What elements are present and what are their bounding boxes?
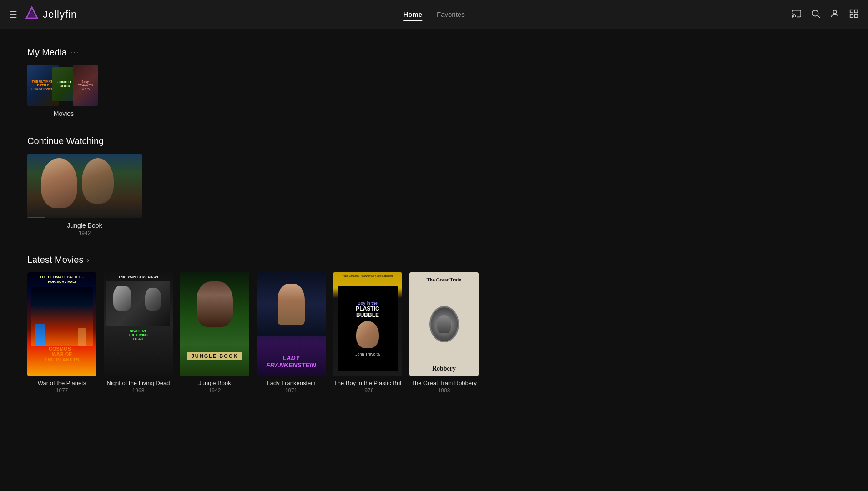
lady-scene <box>257 272 326 336</box>
lady-figure <box>278 284 305 325</box>
cosmos-illustration <box>31 287 93 346</box>
app-name: Jellyfin <box>43 9 77 20</box>
cast-icon[interactable] <box>792 9 802 21</box>
movie-year-3: 1971 <box>257 387 326 394</box>
my-media-section: My Media ··· THE ULTIMATE BATTLEFOR SURV… <box>27 47 841 118</box>
lady-title: LadyFrankenstein <box>266 355 316 369</box>
night-image <box>106 281 170 326</box>
movie-year-4: 1976 <box>333 387 402 394</box>
continue-watching-title: Continue Watching <box>27 136 841 146</box>
jungle-figure <box>197 281 233 327</box>
main-content: My Media ··· THE ULTIMATE BATTLEFOR SURV… <box>0 29 868 430</box>
poster-lady-bg: LadyFrankenstein <box>257 272 326 376</box>
my-media-title: My Media ··· <box>27 47 841 58</box>
night-figure2 <box>145 288 161 311</box>
movie-poster-4: The Special Television Presentation Boy … <box>333 272 402 376</box>
main-nav: Home Favorites <box>403 9 464 21</box>
header-right <box>792 9 859 21</box>
movie-poster-1: THEY WON'T STAY DEAD! NIGHT OFTHE LIVING… <box>104 272 173 376</box>
movie-title-5: The Great Train Robbery <box>409 380 479 386</box>
hamburger-icon[interactable]: ☰ <box>9 9 17 20</box>
night-bodies: THEY WON'T STAY DEAD! NIGHT OFTHE LIVING… <box>104 272 173 376</box>
jellyfin-logo-icon <box>25 6 39 23</box>
poster-night-bg: THEY WON'T STAY DEAD! NIGHT OFTHE LIVING… <box>104 272 173 376</box>
pb-plastic: Boy in the <box>358 301 378 306</box>
continue-thumb <box>27 154 142 218</box>
continue-watching-section: Continue Watching Jungle Book 1942 <box>27 136 841 236</box>
robbery-bottom-title: Robbery <box>432 365 456 372</box>
movie-card-4[interactable]: The Special Television Presentation Boy … <box>333 272 402 394</box>
night-stay: NIGHT OFTHE LIVINGDEAD <box>128 329 149 341</box>
movie-poster-2: JUNGLE BOOK <box>180 272 249 376</box>
search-icon[interactable] <box>811 9 821 21</box>
movie-poster-5: The Great Train Robbery <box>409 272 479 376</box>
svg-rect-8 <box>850 14 853 17</box>
night-figure1 <box>113 286 131 311</box>
movie-title-1: Night of the Living Dead <box>104 380 173 386</box>
poster-robbery-bg: The Great Train Robbery <box>409 272 479 376</box>
logo-container[interactable]: Jellyfin <box>25 6 77 23</box>
continue-watching-label: Continue Watching <box>27 136 104 146</box>
svg-point-5 <box>833 10 836 13</box>
poster-cosmos-bg: THE ULTIMATE BATTLE...FOR SURVIVAL! Cosm… <box>27 272 96 376</box>
robbery-portrait <box>429 306 459 342</box>
grid-icon[interactable] <box>849 9 859 21</box>
header: ☰ Jellyfin Home Favorites <box>0 0 868 29</box>
folder-img3: LadyFRANKENSTEIN <box>73 65 98 106</box>
svg-rect-6 <box>850 10 853 12</box>
latest-movies-label: Latest Movies <box>27 255 83 265</box>
bubble-award: The Special Television Presentation <box>335 274 400 277</box>
movies-label: Movies <box>54 110 74 117</box>
night-wont: THEY WON'T STAY DEAD! <box>119 275 158 278</box>
robbery-top-title: The Great Train <box>427 277 462 283</box>
cosmos-main-text: Cosmos –War ofthe Planets <box>29 346 95 362</box>
svg-line-4 <box>818 15 820 18</box>
poster-bubble-bg: The Special Television Presentation Boy … <box>333 272 402 376</box>
header-left: ☰ Jellyfin <box>9 6 77 23</box>
jungle-badge: JUNGLE BOOK <box>187 352 243 360</box>
movie-title-2: Jungle Book <box>180 380 249 386</box>
movie-year-1: 1968 <box>104 387 173 394</box>
movie-card-5[interactable]: The Great Train Robbery The Great Train … <box>409 272 479 394</box>
robbery-portrait-inner <box>431 307 458 341</box>
movie-poster-0: THE ULTIMATE BATTLE...FOR SURVIVAL! Cosm… <box>27 272 96 376</box>
cosmos-scene <box>27 281 96 353</box>
nav-favorites[interactable]: Favorites <box>437 9 465 21</box>
continue-progress-bar <box>27 217 45 218</box>
pb-bubble: PLASTICBUBBLE <box>356 306 379 318</box>
my-media-more[interactable]: ··· <box>71 49 79 57</box>
bubble-inner2: Boy in the PLASTICBUBBLE John Travolta <box>338 286 398 371</box>
svg-point-2 <box>792 16 793 17</box>
my-media-label: My Media <box>27 47 67 58</box>
movies-grid: THE ULTIMATE BATTLE...FOR SURVIVAL! Cosm… <box>27 272 841 394</box>
movie-poster-3: LadyFrankenstein <box>257 272 326 376</box>
folder-thumbnails: THE ULTIMATE BATTLEFOR SURVIVAL JUNGLEBO… <box>27 65 98 106</box>
my-media-grid: THE ULTIMATE BATTLEFOR SURVIVAL JUNGLEBO… <box>27 65 841 118</box>
cosmos-figure1 <box>35 324 45 346</box>
movies-folder[interactable]: THE ULTIMATE BATTLEFOR SURVIVAL JUNGLEBO… <box>27 65 100 118</box>
robbery-face <box>437 315 451 333</box>
svg-rect-7 <box>855 10 858 12</box>
user-icon[interactable] <box>830 9 840 21</box>
cosmos-figure2 <box>78 328 86 346</box>
movie-card-3[interactable]: LadyFrankenstein Lady Frankenstein 1971 <box>257 272 326 394</box>
continue-watching-grid: Jungle Book 1942 <box>27 154 841 236</box>
movie-title-0: War of the Planets <box>27 380 96 386</box>
latest-movies-title: Latest Movies › <box>27 255 841 265</box>
latest-movies-chevron[interactable]: › <box>87 256 89 264</box>
movie-year-5: 1903 <box>409 387 479 394</box>
movie-year-2: 1942 <box>180 387 249 394</box>
latest-movies-section: Latest Movies › THE ULTIMATE BATTLE...FO… <box>27 255 841 394</box>
movie-card-0[interactable]: THE ULTIMATE BATTLE...FOR SURVIVAL! Cosm… <box>27 272 96 394</box>
svg-point-3 <box>812 10 818 16</box>
pb-name: John Travolta <box>355 352 380 356</box>
continue-item-jungle[interactable]: Jungle Book 1942 <box>27 154 142 236</box>
svg-rect-9 <box>855 14 858 17</box>
continue-item-title: Jungle Book <box>27 222 142 229</box>
movie-card-2[interactable]: JUNGLE BOOK Jungle Book 1942 <box>180 272 249 394</box>
movie-title-3: Lady Frankenstein <box>257 380 326 386</box>
nav-home[interactable]: Home <box>403 9 422 21</box>
movie-card-1[interactable]: THEY WON'T STAY DEAD! NIGHT OFTHE LIVING… <box>104 272 173 394</box>
movie-title-4: The Boy in the Plastic Bul <box>333 380 402 386</box>
pb-face <box>356 321 379 348</box>
